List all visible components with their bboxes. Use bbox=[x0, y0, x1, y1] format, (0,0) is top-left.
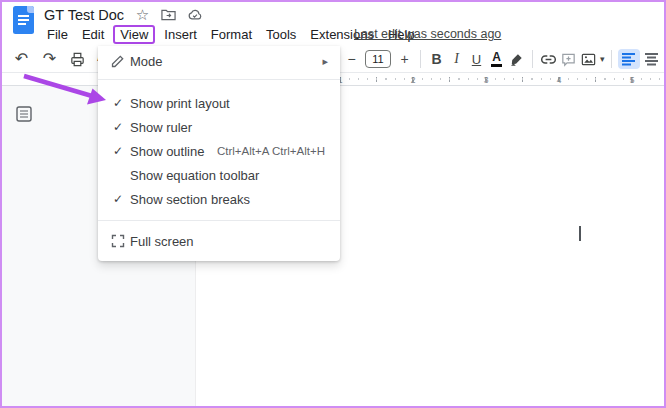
menu-item-label: Show print layout bbox=[130, 96, 230, 111]
font-size-input[interactable]: 11 bbox=[365, 50, 391, 68]
check-icon: ✓ bbox=[109, 144, 127, 158]
insert-image-caret-icon[interactable]: ▾ bbox=[600, 54, 605, 64]
highlight-color-button[interactable] bbox=[507, 49, 526, 69]
menu-view[interactable]: View bbox=[113, 25, 155, 44]
italic-button[interactable]: I bbox=[447, 49, 466, 69]
ruler-number: 2 bbox=[408, 75, 418, 85]
ruler-number: 3 bbox=[481, 75, 491, 85]
redo-button[interactable]: ↷ bbox=[40, 49, 59, 69]
decrease-font-size-button[interactable]: − bbox=[342, 49, 361, 69]
menu-item-show-print-layout[interactable]: ✓ Show print layout bbox=[98, 91, 340, 115]
menu-item-label: Show equation toolbar bbox=[130, 168, 259, 183]
undo-button[interactable]: ↶ bbox=[12, 49, 31, 69]
check-icon: ✓ bbox=[109, 120, 127, 134]
menu-item-full-screen[interactable]: Full screen bbox=[98, 224, 340, 258]
menu-tools[interactable]: Tools bbox=[259, 26, 303, 43]
text-cursor bbox=[579, 226, 581, 241]
menu-item-show-ruler[interactable]: ✓ Show ruler bbox=[98, 115, 340, 139]
star-icon[interactable]: ☆ bbox=[134, 6, 151, 23]
insert-image-button[interactable] bbox=[579, 49, 598, 69]
document-title[interactable]: GT Test Doc bbox=[44, 7, 124, 23]
align-center-button[interactable] bbox=[641, 49, 663, 69]
text-color-button[interactable]: A bbox=[487, 49, 506, 69]
pencil-icon bbox=[110, 53, 126, 69]
menu-item-label: Mode bbox=[130, 54, 163, 69]
ruler-number: 4 bbox=[554, 75, 564, 85]
ruler-number: 5 bbox=[627, 75, 637, 85]
bold-button[interactable]: B bbox=[427, 49, 446, 69]
menu-item-show-equation-toolbar[interactable]: ✓ Show equation toolbar bbox=[98, 163, 340, 187]
menu-item-label: Show section breaks bbox=[130, 192, 250, 207]
menu-item-label: Show ruler bbox=[130, 120, 192, 135]
menu-file[interactable]: File bbox=[40, 26, 75, 43]
menu-separator bbox=[98, 79, 340, 80]
header: GT Test Doc ☆ File Edit View Insert For bbox=[2, 2, 664, 46]
last-edit-status[interactable]: Last edit was seconds ago bbox=[354, 27, 501, 41]
menu-item-label: Show outline bbox=[130, 144, 204, 159]
submenu-arrow-icon: ▸ bbox=[322, 55, 328, 68]
check-icon: ✓ bbox=[109, 96, 127, 110]
menu-insert[interactable]: Insert bbox=[157, 26, 204, 43]
menu-edit[interactable]: Edit bbox=[75, 26, 111, 43]
menu-item-mode[interactable]: Mode ▸ bbox=[98, 46, 340, 76]
add-comment-button[interactable] bbox=[559, 49, 578, 69]
increase-font-size-button[interactable]: + bbox=[395, 49, 414, 69]
google-docs-logo-icon[interactable] bbox=[13, 6, 34, 34]
menu-item-label: Full screen bbox=[130, 234, 194, 249]
view-menu-dropdown: Mode ▸ ✓ Show print layout ✓ Show ruler … bbox=[98, 46, 340, 261]
cloud-saved-icon[interactable] bbox=[186, 6, 203, 23]
check-icon: ✓ bbox=[109, 192, 127, 206]
move-folder-icon[interactable] bbox=[160, 6, 177, 23]
align-left-button[interactable] bbox=[618, 49, 640, 69]
show-document-outline-button[interactable] bbox=[15, 105, 33, 123]
menu-format[interactable]: Format bbox=[204, 26, 259, 43]
fullscreen-icon bbox=[110, 233, 126, 249]
menu-item-shortcut: Ctrl+Alt+A Ctrl+Alt+H bbox=[217, 145, 325, 157]
google-docs-window: GT Test Doc ☆ File Edit View Insert For bbox=[0, 0, 666, 408]
insert-link-button[interactable] bbox=[539, 49, 558, 69]
menu-item-show-section-breaks[interactable]: ✓ Show section breaks bbox=[98, 187, 340, 211]
menu-item-show-outline[interactable]: ✓ Show outline Ctrl+Alt+A Ctrl+Alt+H bbox=[98, 139, 340, 163]
logo-fold bbox=[27, 6, 34, 13]
underline-button[interactable]: U bbox=[467, 49, 486, 69]
menu-separator bbox=[98, 220, 340, 221]
print-button[interactable] bbox=[68, 49, 87, 69]
